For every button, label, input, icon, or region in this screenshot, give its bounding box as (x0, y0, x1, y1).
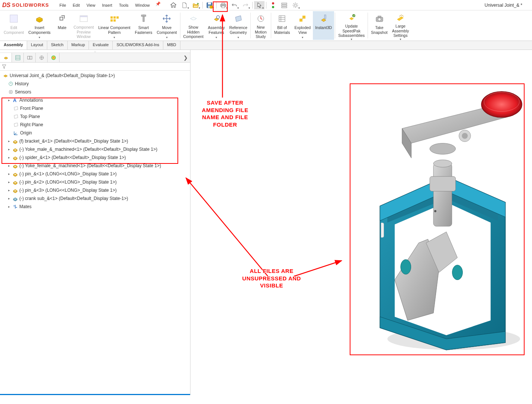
ribbon-smart-fasteners[interactable]: Smart Fasteners (133, 11, 155, 40)
expand-tabs-icon[interactable]: ❯ (181, 53, 190, 62)
svg-rect-65 (430, 176, 455, 191)
tab-addins[interactable]: SOLIDWORKS Add-Ins (113, 41, 163, 50)
expand-icon[interactable]: ▸ (7, 172, 11, 176)
tab-mbd[interactable]: MBD (163, 41, 180, 50)
quick-access-toolbar: ▼ ▼ ▼ ▼ ▼ ▼ ▼ ▼ (168, 1, 301, 9)
open-button[interactable]: ▼ (190, 1, 201, 9)
home-button[interactable] (168, 1, 179, 9)
tree-root[interactable]: Universal Joint_& (Default<Default_Displ… (0, 71, 190, 80)
svg-text:A: A (13, 98, 17, 103)
show-hidden-icon (188, 13, 199, 24)
tree-comp-pin2[interactable]: ▸(-) pin_&<2> (LONG<<LONG>_Display State… (0, 178, 190, 186)
ribbon-move-component[interactable]: Move Component▼ (154, 11, 179, 40)
ribbon-mate[interactable]: Mate (53, 11, 71, 40)
menu-file[interactable]: File (57, 1, 69, 9)
tab-display-manager[interactable] (48, 53, 60, 62)
settings-button[interactable]: ▼ (290, 1, 301, 9)
menu-edit[interactable]: Edit (70, 1, 83, 9)
expand-icon[interactable]: ▸ (7, 197, 11, 200)
menu-bar: File Edit View Insert Tools Window 📌 (57, 1, 161, 9)
ribbon-insert-components[interactable]: Insert Components▼ (26, 11, 53, 40)
expand-icon[interactable]: ▸ (7, 180, 11, 184)
menu-view[interactable]: View (84, 1, 99, 9)
ribbon-exploded-view[interactable]: Exploded View▼ (292, 11, 313, 40)
part-icon (12, 146, 19, 153)
tree-right-plane[interactable]: Right Plane (0, 121, 190, 129)
expand-icon[interactable]: ▸ (7, 205, 11, 209)
part-icon (12, 171, 19, 177)
ribbon-bom[interactable]: Bill of Materials (272, 11, 292, 40)
ribbon-new-motion[interactable]: New Motion Study (251, 11, 270, 40)
ribbon-large-assembly[interactable]: Large Assembly Settings▼ (390, 11, 411, 40)
rebuild-button[interactable] (268, 1, 278, 9)
options-button[interactable] (279, 1, 289, 9)
ribbon-snapshot[interactable]: Take Snapshot (369, 11, 390, 40)
tree-comp-spider[interactable]: ▸(-) spider_&<1> (Default<<Default>_Disp… (0, 153, 190, 162)
expand-icon[interactable]: ▸ (7, 147, 11, 151)
expand-icon[interactable]: ▸ (7, 98, 11, 102)
new-button[interactable]: ▼ (179, 1, 190, 9)
logo-ds-icon: DS (2, 2, 10, 9)
ribbon-linear-pattern[interactable]: Linear Component Pattern▼ (96, 11, 132, 40)
filter-row[interactable] (0, 63, 190, 71)
tree-comp-bracket[interactable]: ▸(f) bracket_&<1> (Default<<Default>_Dis… (0, 137, 190, 145)
expand-icon[interactable]: ▸ (7, 164, 11, 168)
tree-comp-yoke-female[interactable]: ▸(-) Yoke_female_&_machined<1> (Default<… (0, 162, 190, 170)
ribbon-instant3d[interactable]: Instant3D (313, 11, 334, 40)
tree-top-plane[interactable]: Top Plane (0, 112, 190, 121)
mates-icon (12, 203, 19, 210)
menu-window[interactable]: Window (132, 1, 153, 9)
tree-origin[interactable]: Origin (0, 129, 190, 137)
tab-property-manager[interactable] (12, 53, 24, 62)
expand-icon[interactable]: ▸ (7, 139, 11, 143)
tree-comp-crank[interactable]: ▸(-) crank sub_&<1> (Default<Default_Dis… (0, 194, 190, 203)
pin-icon[interactable]: 📌 (156, 1, 161, 9)
tab-assembly[interactable]: Assembly (0, 41, 27, 50)
panel-grip[interactable]: ○ (0, 50, 190, 53)
graphics-viewport[interactable] (190, 50, 532, 395)
ribbon-edit-component: Edit Component (1, 11, 26, 40)
ribbon-speedpak[interactable]: Update SpeedPak Subassemblies▼ (336, 11, 367, 40)
tree-history[interactable]: History (0, 80, 190, 88)
tab-layout[interactable]: Layout (27, 41, 47, 50)
mate-icon (56, 13, 68, 25)
menu-insert[interactable]: Insert (99, 1, 115, 9)
split-handle[interactable] (381, 223, 384, 238)
save-button[interactable]: ▼ (204, 1, 215, 9)
select-button[interactable]: ▼ (254, 1, 265, 9)
instant3d-icon (318, 13, 330, 25)
tab-feature-tree[interactable] (0, 53, 12, 62)
tree-annotations[interactable]: ▸AAnnotations (0, 96, 190, 104)
speedpak-icon (346, 13, 358, 23)
tree-mates[interactable]: ▸Mates (0, 203, 190, 211)
tree-comp-yoke-male[interactable]: ▸(-) Yoke_male_&_machined<1> (Default<<D… (0, 145, 190, 153)
ribbon-assembly-features[interactable]: Assembly Features▼ (206, 11, 227, 40)
main-area: ○ ❯ Universal Joint_& (Default<Default_D… (0, 50, 532, 395)
ribbon-reference-geometry[interactable]: Reference Geometry▼ (227, 11, 249, 40)
tree-comp-pin1[interactable]: ▸(-) pin_&<1> (LONG<<LONG>_Display State… (0, 170, 190, 178)
ribbon-show-hidden[interactable]: Show Hidden Component (181, 11, 206, 40)
model-render (350, 84, 524, 354)
plane-icon (13, 113, 19, 120)
tab-markup[interactable]: Markup (68, 41, 89, 50)
tab-sketch[interactable]: Sketch (47, 41, 68, 50)
expand-icon[interactable]: ▸ (7, 188, 11, 192)
tab-dim-expert[interactable] (36, 53, 48, 62)
tree-sensors[interactable]: Sensors (0, 88, 190, 96)
svg-rect-50 (28, 56, 30, 59)
menu-tools[interactable]: Tools (116, 1, 132, 9)
svg-point-33 (352, 14, 355, 17)
tree-front-plane[interactable]: Front Plane (0, 104, 190, 112)
tab-configuration-manager[interactable] (24, 53, 36, 62)
undo-button[interactable]: ▼ (229, 1, 240, 9)
expand-icon[interactable]: ▸ (7, 156, 11, 159)
tree-comp-pin3[interactable]: ▸(-) pin_&<3> (LONG<<LONG>_Display State… (0, 186, 190, 194)
tab-evaluate[interactable]: Evaluate (89, 41, 113, 50)
svg-point-58 (10, 92, 12, 93)
print-button[interactable]: ▼ (218, 1, 228, 9)
origin-icon (13, 130, 19, 136)
svg-point-62 (452, 265, 463, 280)
redo-button[interactable]: ▼ (240, 1, 251, 9)
assembly-features-icon (211, 13, 222, 25)
svg-rect-36 (378, 16, 381, 18)
